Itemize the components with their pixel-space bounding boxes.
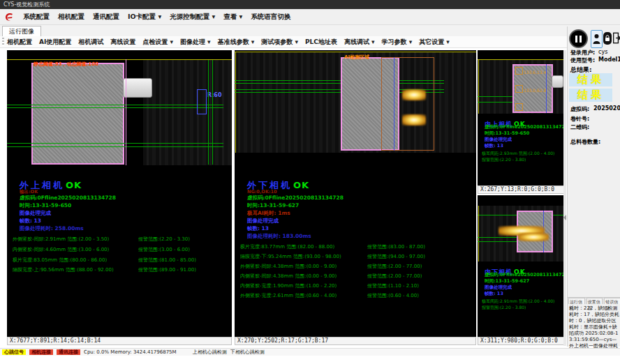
model-label: 使用型号: [570,56,595,64]
upper-camera-heartbeat-label: 上相机心跳检测 [193,349,227,356]
pause-icon [575,36,577,43]
cam4-measure-row: 极耳间距:2.91mm 范围:(2.00 - 4.00) [482,298,554,305]
cam4-pixel-readout: X:311;Y:980;R:0;G:0;B:0 [478,337,566,345]
toolbar-item-camera-config[interactable]: 相机配置 [7,38,32,47]
menu-item-io-config[interactable]: IO卡配置 ▾ [128,13,161,22]
pause-button[interactable] [569,29,588,48]
tab-run-info[interactable]: 运行信息 [568,298,585,304]
tab-error-info[interactable]: 错误信息 [604,298,620,304]
cam3-roi-label-1: 133.6,13.4 [524,70,546,75]
menu-item-system-config[interactable]: 系统配置 [23,13,50,22]
menu-item-light-config[interactable]: 光源控制配置 ▾ [170,13,215,22]
status-bar: 心跳信号 相机连接 通讯连接 Cpu: 0.0% Memory: 3424.41… [0,348,620,356]
window-title: CYS-视觉检测系统 [3,1,50,8]
result-box-2: 结果 [569,89,612,102]
result-box-1: 结果 [569,73,612,86]
cam3-pixel-readout: X:267;Y:13;R:0;G:0;B:0 [478,185,566,194]
toolbar-grip[interactable] [2,38,4,46]
lock-button[interactable] [603,32,612,45]
cam4-yellow-edge [478,206,479,261]
cam2-ai-region-label: AI检测区域 [344,54,369,61]
cam1-baseline-3 [7,143,223,144]
cam2-blue-line [394,57,394,151]
camera-view-inner-upper[interactable]: 133.6,13.4 133.0,62.8 内上相机OK 虚拟码:0Ffline… [478,50,566,185]
cam2-measure-row: 内侧竖胶-宽度:1.90mm 范围:(1.00 - 2.20)报警范围:(1.1… [240,282,337,289]
menu-item-language-switch[interactable]: 系统语言切换 [251,13,290,22]
lock-icon [605,35,610,42]
cam1-elapsed: 图像处理耗时: 258.00ms [20,225,84,232]
cam1-frame-count: 帧数: 13 [20,218,41,225]
cam1-connector-tab [123,78,152,98]
menu-item-comm-config[interactable]: 通讯配置 [93,13,119,22]
total-roll-count-label: 总料卷数量: [570,138,600,146]
toolbar-item-baseline-params[interactable]: 基准线参数 ▾ [218,38,255,47]
toolbar-item-plc-address-table[interactable]: PLC地址表 [305,38,337,47]
cam2-measure-row: 隔膜宽度-下:95.24mm 范围:(93.00 - 98.00)报警范围:(9… [240,253,341,260]
cam3-roi-square-1 [515,67,523,75]
toolbar-item-test-params[interactable]: 测试项参数 ▾ [261,38,298,47]
cam3-alarm-row: 报警范围:(2.20 - 3.80) [482,157,526,163]
app-window: CYS-视觉检测系统 系统配置 相机配置 通讯配置 IO卡配置 ▾ 光源控制配置… [0,0,620,364]
cam3-virtual-code: 虚拟码:0Ffline2025020813134728 [485,124,566,130]
menu-bar: 系统配置 相机配置 通讯配置 IO卡配置 ▾ 光源控制配置 ▾ 查看 ▾ 系统语… [0,9,620,25]
cam4-time: 时间:13-31-59-627 [485,278,529,285]
camera-view-inner-lower[interactable]: 内下相机OK 虚拟码:0Ffline2025020813134728 时间:13… [478,195,566,337]
cam3-measure-row: 极耳间距:2.93mm 范围:(2.00 - 4.00) [482,151,554,157]
exit-icon [613,31,620,45]
heartbeat-status-badge: 心跳信号 [2,349,26,355]
cam4-virtual-code: 虚拟码:0Ffline2025020813134728 [485,272,566,278]
lower-camera-heartbeat-label: 下相机心跳检测 [230,349,265,356]
cam1-baseline-4 [7,146,223,147]
toolbar-item-camera-debug[interactable]: 相机调试 [78,38,103,47]
cam2-output-line: NG:0,OK:10 [247,189,277,195]
camera-view-outer-upper[interactable]: 静态阈值:93，动态阈值:100 R:60 外上相机OK 输出:OK 虚拟码:0… [7,50,232,337]
cam2-virtual-code: 虚拟码:0Ffline2025020813134728 [247,195,344,202]
toolbar-item-learning-params[interactable]: 学习参数 ▾ [382,38,413,47]
tab-run-image[interactable]: 运行图像 [2,26,41,36]
cam3-yellow-edge [478,59,479,114]
user-button[interactable] [591,30,603,48]
app-logo-icon [4,12,15,22]
cam3-connector-tab [552,75,563,88]
cam1-roi-label: R:60 [207,92,222,98]
virtual-code-value: 20250208 [593,105,620,112]
cam1-baseline-2 [7,107,223,108]
cam2-yellow-edge [235,52,236,153]
virtual-code-label: 虚拟码: [570,105,589,113]
cam1-done: 图像处理完成 [20,210,51,217]
toolbar-item-spotcheck-settings[interactable]: 点检设置 ▾ [142,38,173,47]
exit-button[interactable] [613,31,620,45]
cam3-done: 图像处理完成 [485,137,512,143]
cam2-elapsed: 图像处理耗时: 183.00ms [247,233,311,240]
user-icon [593,33,600,45]
cam3-roi-label-2: 133.0,62.8 [524,88,546,93]
cam1-measure-row: 极片宽度:83.05mm 范围:(80.00 - 86.00)报警范围:(81.… [13,257,107,264]
toolbar-item-ai-config[interactable]: AI使用配置 [39,38,71,47]
cam4-tab-highlight-2 [518,233,549,241]
cpu-memory-readout: Cpu: 0.0% Memory: 3424.41796875M [84,349,177,355]
cam1-baseline-1 [7,105,223,105]
cam1-time: 时间:13-31-59-650 [20,202,71,209]
menu-item-camera-config[interactable]: 相机配置 [58,13,84,22]
cam1-yellow-line [7,59,232,60]
menu-item-view[interactable]: 查看 ▾ [223,13,242,22]
cam4-baseline-2 [478,241,518,242]
cam2-done: 图像处理完成 [247,218,279,225]
toolbar-item-other-settings[interactable]: 其它设置 ▾ [419,38,450,47]
toolbar-item-offline-settings[interactable]: 离线设置 [110,38,135,47]
cam3-baseline-1 [478,96,514,97]
cam1-pink-edge-line [126,59,126,165]
camera-view-outer-lower[interactable]: AI检测区域 外下相机OK NG:0,OK:10 虚拟码:0Ffline2025… [235,50,476,337]
panel-splitter[interactable] [563,50,566,346]
pin-number-label: 卷针号: [570,115,589,123]
tab-settings-info[interactable]: 设置信息 [586,298,603,304]
toolbar-item-image-processing[interactable]: 图像处理 ▾ [180,38,211,47]
cam2-time: 时间:13-31-59-627 [247,202,299,209]
cam4-frame-count: 帧数: 13 [485,291,503,297]
camera-connection-badge: 相机连接 [29,349,53,355]
control-panel: 登录用户: cys 使用型号: Model1 总结果: 结果 结果 虚拟码: 2… [567,26,620,347]
login-user-value: cys [598,49,607,55]
toolbar-item-offline-debug[interactable]: 离线调试 ▾ [344,38,375,47]
cam2-frame-count: 帧数: 13 [247,225,269,232]
cam2-ai-elapsed: 极耳AI耗时: 1ms [247,210,290,217]
